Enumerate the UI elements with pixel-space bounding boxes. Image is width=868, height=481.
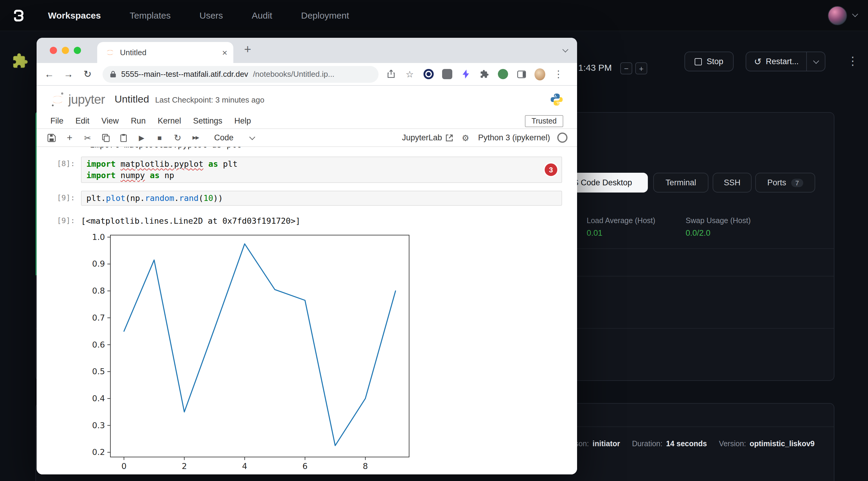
svg-text:0.2: 0.2	[92, 447, 105, 457]
bookmark-star-icon[interactable]: ☆	[404, 69, 415, 79]
address-bar[interactable]: 5555--main--test--matifali.atif.cdr.dev/…	[102, 66, 378, 83]
notebook-body: import matplotlib.pyplot as plt [8]: imp…	[37, 147, 577, 474]
url-path: /notebooks/Untitled.ip...	[253, 70, 334, 78]
cell-input[interactable]: plt.plot(np.random.rand(10))	[81, 191, 562, 206]
run-cell-icon[interactable]: ▶	[136, 132, 147, 143]
restart-options-button[interactable]	[807, 52, 825, 71]
svg-text:0.5: 0.5	[92, 367, 105, 376]
input-prompt: [9]:	[37, 191, 81, 206]
extension-icon-green[interactable]	[497, 69, 508, 79]
extension-icon-1password[interactable]	[423, 69, 434, 79]
ssh-button[interactable]: SSH	[713, 173, 752, 193]
restart-kernel-icon[interactable]: ↻	[172, 132, 183, 143]
nav-item-templates[interactable]: Templates	[130, 10, 170, 21]
top-navbar: Workspaces Templates Users Audit Deploym…	[0, 0, 868, 31]
matplotlib-figure: 0.20.30.40.50.60.70.80.91.002468	[83, 230, 577, 474]
jupyter-toolbar: + ✂ ▶ ■ ↻ ▶▶ Code JupyterLab ⚙ Python 3 …	[37, 129, 577, 147]
browser-toolbar: ← → ↻ 5555--main--test--matifali.atif.cd…	[37, 63, 577, 86]
lock-icon	[110, 70, 116, 78]
stop-workspace-button[interactable]: Stop	[684, 52, 734, 71]
reload-button[interactable]: ↻	[82, 69, 93, 79]
menu-file[interactable]: File	[51, 116, 70, 125]
copy-cell-icon[interactable]	[100, 132, 111, 143]
svg-text:0.3: 0.3	[92, 421, 105, 430]
code-cell-9[interactable]: [9]: plt.plot(np.random.rand(10))	[37, 191, 577, 206]
svg-text:8: 8	[363, 461, 368, 471]
svg-text:0.9: 0.9	[92, 259, 105, 268]
nav-item-users[interactable]: Users	[199, 10, 223, 21]
save-icon[interactable]	[46, 132, 57, 143]
duration-value: 14 seconds	[666, 440, 707, 448]
restart-run-all-icon[interactable]: ▶▶	[190, 132, 201, 143]
svg-text:6: 6	[302, 461, 307, 471]
nav-item-workspaces[interactable]: Workspaces	[48, 10, 101, 21]
workspace-menu-button[interactable]: ⋮	[847, 55, 859, 67]
back-button[interactable]: ←	[44, 69, 55, 79]
user-avatar[interactable]	[828, 6, 847, 25]
chevron-down-icon[interactable]	[852, 11, 858, 17]
jupyter-header: jupyter Untitled Last Checkpoint: 3 minu…	[37, 86, 577, 114]
menu-view[interactable]: View	[95, 116, 125, 125]
cell-output-row: [9]: [<matplotlib.lines.Line2D at 0x7fd0…	[37, 215, 577, 227]
python-logo	[550, 93, 563, 106]
extension-icon-bolt[interactable]	[460, 69, 471, 79]
stat-load-average: Load Average (Host) 0.01	[587, 217, 655, 237]
cell-type-dropdown[interactable]: Code	[214, 133, 255, 142]
stat-label: Load Average (Host)	[587, 217, 655, 225]
schedule-decrease-button[interactable]: −	[620, 62, 632, 74]
browser-window: Untitled × + ← → ↻ 5555--main--test--mat…	[37, 38, 577, 474]
external-link-icon	[446, 134, 453, 141]
paste-cell-icon[interactable]	[118, 132, 129, 143]
tab-search-chevron-icon[interactable]	[562, 46, 568, 53]
menu-help[interactable]: Help	[228, 116, 257, 125]
extensions-puzzle-icon[interactable]	[479, 69, 490, 79]
debugger-icon[interactable]: ⚙	[460, 132, 471, 143]
add-cell-icon[interactable]: +	[64, 132, 75, 143]
cell-input[interactable]: import matplotlib.pyplot as plt import n…	[81, 157, 562, 183]
browser-tab[interactable]: Untitled ×	[97, 42, 234, 63]
code-cell-8[interactable]: [8]: import matplotlib.pyplot as plt imp…	[37, 157, 577, 183]
ports-button[interactable]: Ports 7	[755, 173, 815, 193]
line-chart: 0.20.30.40.50.60.70.80.91.002468	[83, 230, 419, 474]
side-panel-icon[interactable]	[516, 69, 527, 79]
notebook-title[interactable]: Untitled	[115, 94, 149, 105]
tab-title: Untitled	[120, 48, 217, 57]
notification-badge: 3	[544, 162, 558, 177]
svg-text:4: 4	[242, 461, 247, 471]
interrupt-kernel-icon[interactable]: ■	[154, 132, 165, 143]
clipped-cell-top: import matplotlib.pyplot as plt	[90, 147, 577, 151]
duration-label: Duration:	[632, 440, 662, 448]
cut-cell-icon[interactable]: ✂	[82, 132, 93, 143]
terminal-button[interactable]: Terminal	[653, 173, 708, 193]
notebook-checkpoint: Last Checkpoint: 3 minutes ago	[155, 95, 264, 104]
output-text: [<matplotlib.lines.Line2D at 0x7fd03f191…	[81, 215, 301, 227]
trusted-button[interactable]: Trusted	[525, 115, 563, 127]
menu-kernel[interactable]: Kernel	[152, 116, 187, 125]
menu-run[interactable]: Run	[125, 116, 152, 125]
nav-item-audit[interactable]: Audit	[252, 10, 272, 21]
reason-value: initiator	[593, 440, 620, 448]
menu-settings[interactable]: Settings	[187, 116, 228, 125]
extension-icon-gray[interactable]	[441, 69, 452, 79]
version-value[interactable]: optimistic_liskov9	[749, 440, 815, 448]
browser-menu-icon[interactable]: ⋮	[553, 69, 564, 79]
browser-profile-avatar[interactable]	[534, 69, 545, 79]
menu-edit[interactable]: Edit	[70, 116, 96, 125]
new-tab-button[interactable]: +	[244, 42, 251, 56]
output-prompt: [9]:	[37, 215, 81, 227]
nav-item-deployment[interactable]: Deployment	[301, 10, 349, 21]
restart-workspace-button[interactable]: ↺ Restart...	[746, 52, 807, 71]
open-jupyterlab-link[interactable]: JupyterLab	[402, 133, 442, 142]
coder-logo[interactable]	[11, 7, 26, 23]
puzzle-extension-icon[interactable]	[12, 53, 28, 69]
window-zoom-button[interactable]	[74, 47, 81, 54]
window-minimize-button[interactable]	[62, 47, 69, 54]
window-close-button[interactable]	[50, 47, 57, 54]
svg-text:2: 2	[182, 461, 187, 471]
share-icon[interactable]	[386, 69, 397, 79]
schedule-increase-button[interactable]: +	[635, 62, 647, 74]
ports-count-badge: 7	[791, 179, 803, 187]
forward-button[interactable]: →	[63, 69, 74, 79]
tab-close-icon[interactable]: ×	[222, 48, 227, 57]
kernel-name[interactable]: Python 3 (ipykernel)	[478, 133, 550, 142]
